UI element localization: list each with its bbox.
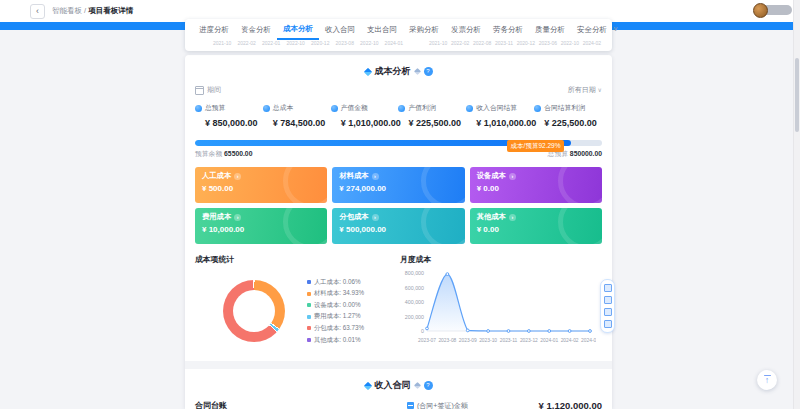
legend-item-其他成本[interactable]: 其他成本: 0.01%: [307, 336, 364, 345]
svg-text:400,000: 400,000: [405, 299, 424, 305]
donut-chart-title: 成本项统计: [195, 254, 400, 265]
ledger-title: 合同台账: [195, 400, 407, 409]
up-arrow-icon: ↑: [765, 376, 770, 385]
cost-section-header: 成本分析 ?: [195, 65, 602, 78]
tab-成本分析[interactable]: 成本分析: [277, 19, 319, 40]
legend-text: 费用成本: 1.27%: [314, 312, 361, 321]
section-divider: [185, 361, 612, 369]
date-label: 2023-08: [336, 40, 354, 46]
svg-text:2023-08: 2023-08: [438, 338, 456, 343]
tab-劳务分析[interactable]: 劳务分析: [487, 20, 529, 39]
kpi-value: ¥ 784,500.00: [263, 118, 331, 128]
amount-header-row: (合同+签证)金额 ¥ 1,120,000.00: [407, 400, 602, 409]
tab-采购分析[interactable]: 采购分析: [403, 20, 445, 39]
legend-text: 人工成本: 0.06%: [314, 278, 361, 287]
tab-质量分析[interactable]: 质量分析: [529, 20, 571, 39]
cost-cards-grid: 人工成本›¥ 500.00材料成本›¥ 274,000.00设备成本›¥ 0.0…: [195, 167, 602, 244]
tab-资金分析[interactable]: 资金分析: [235, 20, 277, 39]
arrow-right-icon: ›: [234, 214, 241, 221]
tab-安全分析[interactable]: 安全分析: [571, 20, 613, 39]
filter-row: 期间 所有日期 ∨: [195, 85, 602, 95]
cost-card-其他成本[interactable]: 其他成本›¥ 0.00: [470, 208, 602, 244]
legend-text: 分包成本: 63.73%: [314, 324, 364, 333]
cost-card-人工成本[interactable]: 人工成本›¥ 500.00: [195, 167, 327, 203]
back-to-top-button[interactable]: ↑: [757, 370, 777, 390]
legend-item-设备成本[interactable]: 设备成本: 0.00%: [307, 301, 364, 310]
avatar[interactable]: [753, 3, 768, 18]
legend-dot: [307, 303, 311, 307]
cost-card-分包成本[interactable]: 分包成本›¥ 500,000.00: [332, 208, 464, 244]
cost-card-设备成本[interactable]: 设备成本›¥ 0.00: [470, 167, 602, 203]
legend-dot: [307, 280, 311, 284]
svg-text:200,000: 200,000: [405, 314, 424, 320]
date-label: 2022-10: [360, 40, 378, 46]
date-label: 2022-10: [561, 40, 579, 46]
date-group-1: 2021-102022-022022-012022-102020-122023-…: [213, 40, 403, 46]
cost-card-label: 设备成本›: [477, 171, 595, 181]
back-button[interactable]: ‹: [30, 4, 45, 19]
date-range-dropdown[interactable]: 所有日期 ∨: [568, 85, 602, 95]
cost-card-value: ¥ 10,000.00: [202, 225, 320, 234]
svg-text:0: 0: [421, 328, 424, 334]
legend-item-人工成本[interactable]: 人工成本: 0.06%: [307, 278, 364, 287]
area-chart-svg: 800,000600,000400,000200,00002023-072023…: [400, 265, 596, 347]
kpi-总预算: 总预算¥ 850,000.00: [195, 103, 263, 128]
legend-item-材料成本[interactable]: 材料成本: 34.93%: [307, 289, 364, 298]
kpi-label: 总预算: [195, 103, 263, 113]
user-avatar-group[interactable]: [753, 3, 793, 17]
section-deco-icon-right: [413, 68, 420, 75]
amount-label: (合同+签证)金额: [407, 401, 468, 409]
svg-text:600,000: 600,000: [405, 285, 424, 291]
coin-icon: [466, 105, 473, 112]
date-label: 2023-06: [539, 40, 557, 46]
calendar-icon: [195, 86, 204, 95]
tab-收入合同[interactable]: 收入合同: [319, 20, 361, 39]
kpi-合同结算利润: 合同结算利润¥ 225,500.00: [534, 103, 602, 128]
legend-text: 其他成本: 0.01%: [314, 336, 361, 345]
chart-icon: [604, 296, 612, 304]
tab-发票分析[interactable]: 发票分析: [445, 20, 487, 39]
panel-icon: [604, 284, 612, 292]
cost-budget-ratio-badge: 成本/预算92.29%: [507, 140, 565, 152]
legend-item-费用成本[interactable]: 费用成本: 1.27%: [307, 312, 364, 321]
kpi-value: ¥ 225,500.00: [534, 118, 602, 128]
svg-text:2024-01: 2024-01: [540, 338, 558, 343]
coin-icon: [398, 105, 405, 112]
help-icon[interactable]: ?: [424, 381, 433, 390]
svg-text:2024-02: 2024-02: [561, 338, 579, 343]
cost-card-label-text: 费用成本: [202, 212, 231, 222]
cost-card-label: 人工成本›: [202, 171, 320, 181]
chevron-down-icon: ∨: [598, 87, 602, 93]
date-label: 2022-01: [262, 40, 280, 46]
cost-card-label: 费用成本›: [202, 212, 320, 222]
scrollbar-thumb[interactable]: [795, 58, 799, 132]
tabs-collapse-chevron-icon[interactable]: ∨: [613, 25, 618, 33]
cost-card-费用成本[interactable]: 费用成本›¥ 10,000.00: [195, 208, 327, 244]
date-label: 2022-02: [451, 40, 469, 46]
grid-icon: [604, 308, 612, 316]
charts-row: 成本项统计 人工成本: 0.06%材料成本: 34.93%设备成本: 0.00%…: [195, 254, 602, 351]
kpi-value: ¥ 225,500.00: [398, 118, 466, 128]
income-body: 合同台账 合同总数1签证总数1 (合同+签证)金额 ¥ 1,120,000.00…: [195, 400, 602, 409]
legend-item-分包成本[interactable]: 分包成本: 63.73%: [307, 324, 364, 333]
kpi-label-text: 总预算: [205, 103, 225, 113]
kpi-label-text: 产值金额: [341, 103, 368, 113]
coin-icon: [263, 105, 270, 112]
period-filter[interactable]: 期间: [195, 85, 221, 95]
cost-items-chart: 成本项统计 人工成本: 0.06%材料成本: 34.93%设备成本: 0.00%…: [195, 254, 400, 351]
svg-text:800,000: 800,000: [405, 270, 424, 276]
help-icon[interactable]: ?: [424, 67, 433, 76]
cost-card-value: ¥ 500.00: [202, 184, 320, 193]
cost-card-label-text: 设备成本: [477, 171, 506, 181]
tab-进度分析[interactable]: 进度分析: [193, 20, 235, 39]
cost-card-value: ¥ 274,000.00: [339, 184, 457, 193]
cost-card-材料成本[interactable]: 材料成本›¥ 274,000.00: [332, 167, 464, 203]
kpi-总成本: 总成本¥ 784,500.00: [263, 103, 331, 128]
plus-icon: [604, 320, 612, 328]
legend-text: 设备成本: 0.00%: [314, 301, 361, 310]
kpi-label: 收入合同结算: [466, 103, 534, 113]
floating-assistant-toolbar[interactable]: [600, 279, 615, 333]
date-label: 2022-08: [473, 40, 491, 46]
breadcrumb-root[interactable]: 智能看板: [52, 6, 82, 15]
tab-支出合同[interactable]: 支出合同: [361, 20, 403, 39]
